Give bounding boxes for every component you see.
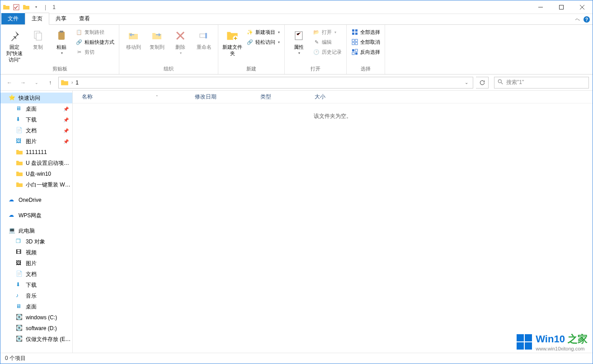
tree-desktop[interactable]: 🖥桌面📌	[0, 103, 72, 114]
properties-icon	[292, 28, 306, 43]
chevron-right-icon[interactable]: ›	[71, 80, 74, 85]
ribbon-tabs: 文件 主页 共享 查看 へ ?	[0, 14, 593, 25]
column-date[interactable]: 修改日期	[190, 93, 256, 101]
tree-documents[interactable]: 📄文档📌	[0, 125, 72, 136]
open-button[interactable]: 📂打开▾	[311, 28, 344, 37]
navigation-tree[interactable]: ⭐快速访问 🖥桌面📌 ⬇下载📌 📄文档📌 🖼图片📌 1111111 U 盘设置启…	[0, 91, 73, 353]
help-icon[interactable]: ?	[584, 16, 590, 23]
tree-folder[interactable]: 1111111	[0, 147, 72, 158]
move-icon	[126, 28, 141, 43]
svg-rect-22	[355, 42, 358, 45]
tab-home[interactable]: 主页	[25, 13, 49, 25]
tree-3d-objects[interactable]: ❒3D 对象	[0, 236, 72, 247]
tree-downloads[interactable]: ⬇下载	[0, 280, 72, 290]
quick-access-toolbar: ▾	[0, 3, 42, 11]
path-icon: 📋	[75, 28, 83, 36]
search-icon	[497, 79, 504, 86]
label: 固定到"快速访问"	[4, 44, 25, 63]
tree-this-pc[interactable]: 💻此电脑	[0, 225, 72, 236]
folder-icon	[16, 149, 23, 156]
svg-point-27	[498, 79, 501, 83]
copy-path-button[interactable]: 📋复制路径	[74, 28, 116, 37]
paste-button[interactable]: 粘贴 ▾	[50, 28, 73, 57]
move-to-button[interactable]: 移动到	[122, 28, 145, 51]
document-icon: 📄	[16, 271, 23, 278]
tree-downloads[interactable]: ⬇下载📌	[0, 114, 72, 125]
download-icon: ⬇	[16, 281, 23, 289]
new-folder-button[interactable]: 新建文件夹	[221, 28, 244, 57]
tree-quick-access[interactable]: ⭐快速访问	[0, 93, 72, 103]
tab-file[interactable]: 文件	[1, 13, 25, 24]
tree-folder[interactable]: U盘-win10	[0, 168, 72, 179]
forward-button[interactable]: →	[18, 77, 28, 88]
svg-rect-7	[58, 32, 65, 40]
group-label: 剪贴板	[3, 65, 116, 73]
tab-share[interactable]: 共享	[49, 13, 73, 24]
column-size[interactable]: 大小	[310, 93, 355, 101]
address-dropdown-icon[interactable]: ⌄	[462, 80, 471, 85]
tree-drive-e[interactable]: 💽仅做文件存放 (E…	[0, 334, 72, 345]
paste-shortcut-button[interactable]: 🔗粘贴快捷方式	[74, 37, 116, 47]
copy-button[interactable]: 复制	[27, 28, 49, 51]
column-name[interactable]: 名称˄	[73, 93, 190, 101]
window-title: 1	[52, 4, 530, 10]
invert-selection-button[interactable]: 反向选择	[349, 47, 382, 56]
tree-music[interactable]: ♪音乐	[0, 290, 72, 301]
cut-icon: ✂	[75, 48, 83, 56]
pictures-icon: 🖼	[16, 138, 23, 145]
column-headers: 名称˄ 修改日期 类型 大小	[73, 91, 593, 103]
back-button[interactable]: ←	[4, 77, 15, 88]
navigation-bar: ← → ⌄ ↑ › 1 ⌄ 搜索"1"	[0, 75, 593, 91]
edit-button[interactable]: ✎编辑	[311, 37, 344, 47]
up-button[interactable]: ↑	[45, 77, 56, 88]
chevron-down-icon[interactable]: ▾	[61, 50, 63, 56]
cut-button[interactable]: ✂剪切	[74, 47, 116, 56]
tree-pictures[interactable]: 🖼图片📌	[0, 136, 72, 147]
collapse-ribbon-icon[interactable]: へ	[575, 16, 580, 23]
tree-drive-c[interactable]: 💽windows (C:)	[0, 312, 72, 323]
refresh-button[interactable]	[476, 77, 489, 89]
maximize-button[interactable]	[551, 0, 572, 14]
tree-folder[interactable]: U 盘设置启动项…	[0, 158, 72, 168]
history-button[interactable]: 🕑历史记录	[311, 47, 344, 56]
column-type[interactable]: 类型	[256, 93, 310, 101]
select-all-button[interactable]: 全部选择	[349, 28, 382, 37]
tree-documents[interactable]: 📄文档	[0, 269, 72, 280]
properties-button[interactable]: 属性 ▾	[287, 28, 310, 57]
tree-folder[interactable]: 小白一键重装 W…	[0, 179, 72, 190]
recent-dropdown[interactable]: ⌄	[31, 77, 42, 88]
pin-quick-access-button[interactable]: 固定到"快速访问"	[3, 28, 26, 64]
new-item-button[interactable]: ✨新建项目▾	[245, 28, 282, 37]
tree-drive-d[interactable]: 💽software (D:)	[0, 323, 72, 334]
search-box[interactable]: 搜索"1"	[494, 77, 589, 89]
select-none-button[interactable]: 全部取消	[349, 37, 382, 47]
svg-rect-8	[60, 31, 63, 33]
label: 属性	[294, 44, 304, 50]
tree-onedrive[interactable]: ☁OneDrive	[0, 195, 72, 205]
address-bar[interactable]: › 1 ⌄	[58, 77, 473, 89]
easy-access-button[interactable]: 🔗轻松访问▾	[245, 37, 282, 47]
chevron-down-icon[interactable]: ▾	[298, 50, 300, 56]
chevron-down-icon[interactable]: ▾	[32, 3, 40, 11]
chevron-down-icon[interactable]: ▾	[180, 50, 182, 56]
checkbox-icon[interactable]	[12, 3, 20, 11]
svg-rect-19	[352, 39, 354, 42]
tab-view[interactable]: 查看	[73, 13, 96, 24]
copy-to-button[interactable]: 复制到	[146, 28, 168, 51]
empty-folder-message: 该文件夹为空。	[73, 103, 593, 353]
new-item-icon: ✨	[246, 28, 254, 36]
pc-icon: 💻	[9, 227, 16, 234]
tree-videos[interactable]: 🎞视频	[0, 247, 72, 258]
tree-wps[interactable]: ☁WPS网盘	[0, 210, 72, 221]
windows-logo-icon	[517, 334, 532, 350]
tree-pictures[interactable]: 🖼图片	[0, 258, 72, 269]
tree-desktop[interactable]: 🖥桌面	[0, 301, 72, 312]
label: 粘贴	[56, 44, 66, 50]
rename-button[interactable]: 重命名	[193, 28, 215, 51]
breadcrumb[interactable]: 1	[75, 79, 79, 86]
desktop-icon: 🖥	[16, 105, 23, 112]
delete-button[interactable]: 删除 ▾	[169, 28, 192, 57]
cloud-icon: ☁	[9, 196, 16, 204]
close-button[interactable]	[572, 0, 593, 14]
minimize-button[interactable]	[530, 0, 551, 14]
